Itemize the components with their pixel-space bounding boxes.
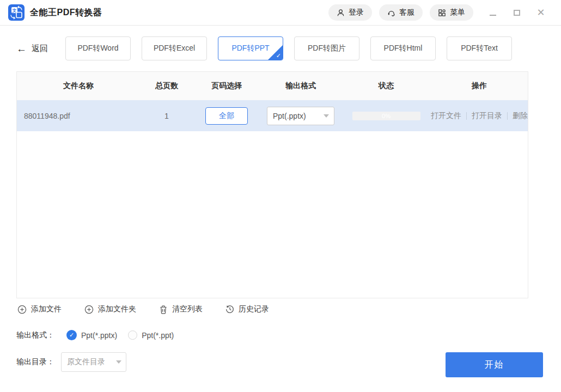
output-dir-dropdown[interactable]: 原文件目录 — [61, 352, 126, 372]
user-icon — [337, 9, 345, 17]
back-label: 返回 — [32, 44, 48, 54]
row-total-pages: 1 — [140, 112, 193, 120]
radio-checked-icon: ✓ — [66, 330, 77, 340]
output-dir-label: 输出目录： — [16, 357, 54, 367]
add-folder-label: 添加文件夹 — [98, 304, 136, 314]
conversion-nav: ← 返回 PDF转Word PDF转Excel PDF转PPT ✓ PDF转图片… — [16, 36, 512, 60]
row-format-value: Ppt(.pptx) — [273, 112, 306, 120]
tab-pdf-to-image[interactable]: PDF转图片 — [294, 36, 359, 60]
output-format-row: 输出格式： ✓ Ppt(*.pptx) Ppt(*.ppt) — [16, 330, 174, 340]
title-bar: 文 全能王PDF转换器 登录 — [0, 0, 561, 26]
grid-icon — [438, 9, 446, 17]
header-page-select: 页码选择 — [193, 81, 260, 91]
header-total-pages: 总页数 — [140, 81, 193, 91]
history-button[interactable]: 历史记录 — [225, 304, 269, 314]
close-button[interactable]: ✕ — [529, 4, 553, 21]
tab-pdf-to-ppt[interactable]: PDF转PPT ✓ — [218, 36, 283, 60]
clear-list-button[interactable]: 清空列表 — [159, 304, 203, 314]
output-dir-row: 输出目录： 原文件目录 — [16, 352, 126, 372]
row-actions: 打开文件 打开目录 删除 — [431, 111, 528, 121]
circle-plus-icon — [17, 305, 27, 314]
caret-down-icon — [116, 360, 121, 364]
maximize-icon — [514, 10, 520, 16]
topbar-actions: 登录 客服 — [328, 4, 473, 21]
page-select-button[interactable]: 全部 — [205, 107, 248, 125]
output-dir-value: 原文件目录 — [67, 357, 105, 367]
radio-pptx[interactable]: ✓ Ppt(*.pptx) — [66, 330, 117, 340]
row-format-dropdown[interactable]: Ppt(.pptx) — [267, 107, 334, 125]
table-header: 文件名称 总页数 页码选择 输出格式 状态 操作 — [17, 72, 528, 100]
open-dir-link[interactable]: 打开目录 — [472, 111, 502, 121]
radio-ppt-label: Ppt(*.ppt) — [142, 331, 174, 340]
login-button[interactable]: 登录 — [328, 4, 372, 21]
login-label: 登录 — [349, 8, 364, 17]
app-window: 文 全能王PDF转换器 登录 — [0, 0, 561, 392]
radio-unchecked-icon — [128, 330, 137, 340]
tab-pdf-to-html[interactable]: PDF转Html — [370, 36, 436, 60]
radio-ppt[interactable]: Ppt(*.ppt) — [128, 330, 174, 340]
back-button[interactable]: ← 返回 — [16, 44, 48, 54]
separator — [507, 112, 508, 120]
minimize-icon — [490, 15, 496, 16]
table-row[interactable]: 88011948.pdf 1 全部 Ppt(.pptx) 0% 打开文件 — [17, 100, 528, 131]
app-title: 全能王PDF转换器 — [30, 7, 102, 19]
trash-icon — [159, 305, 168, 314]
header-status: 状态 — [342, 81, 431, 91]
maximize-button[interactable] — [505, 4, 529, 21]
window-controls: ✕ — [481, 4, 553, 21]
tab-pdf-to-text[interactable]: PDF转Text — [447, 36, 512, 60]
menu-button[interactable]: 菜单 — [430, 4, 473, 21]
progress-text: 0% — [382, 113, 391, 119]
start-button[interactable]: 开始 — [446, 352, 543, 377]
tab-pdf-to-word[interactable]: PDF转Word — [65, 36, 131, 60]
delete-link[interactable]: 删除 — [513, 111, 528, 121]
open-file-link[interactable]: 打开文件 — [431, 111, 461, 121]
app-logo-icon: 文 — [8, 4, 25, 21]
separator — [466, 112, 467, 120]
arrow-left-icon: ← — [16, 44, 27, 54]
tab-label: PDF转PPT — [231, 44, 269, 53]
add-file-label: 添加文件 — [31, 304, 62, 314]
radio-pptx-label: Ppt(*.pptx) — [81, 331, 117, 340]
tab-bar: PDF转Word PDF转Excel PDF转PPT ✓ PDF转图片 PDF转… — [65, 36, 512, 60]
header-actions: 操作 — [431, 81, 528, 91]
file-table: 文件名称 总页数 页码选择 输出格式 状态 操作 88011948.pdf 1 … — [16, 71, 528, 298]
add-file-button[interactable]: 添加文件 — [17, 304, 62, 314]
headset-icon — [387, 9, 395, 17]
close-icon: ✕ — [536, 8, 545, 17]
list-toolbar: 添加文件 添加文件夹 清空列表 — [17, 304, 269, 314]
checkmark-icon: ✓ — [276, 52, 281, 59]
menu-label: 菜单 — [450, 8, 465, 17]
clock-icon — [225, 305, 234, 314]
header-output-format: 输出格式 — [260, 81, 342, 91]
caret-down-icon — [324, 114, 329, 118]
progress-bar: 0% — [352, 112, 420, 120]
support-label: 客服 — [399, 8, 414, 17]
tab-pdf-to-excel[interactable]: PDF转Excel — [142, 36, 207, 60]
output-format-label: 输出格式： — [16, 330, 54, 340]
svg-text:文: 文 — [12, 8, 17, 13]
add-folder-button[interactable]: 添加文件夹 — [84, 304, 136, 314]
history-label: 历史记录 — [239, 304, 269, 314]
support-button[interactable]: 客服 — [379, 4, 423, 21]
circle-plus-icon — [84, 305, 94, 314]
minimize-button[interactable] — [481, 4, 505, 21]
row-filename: 88011948.pdf — [17, 112, 140, 120]
clear-list-label: 清空列表 — [172, 304, 203, 314]
header-filename: 文件名称 — [17, 81, 140, 91]
